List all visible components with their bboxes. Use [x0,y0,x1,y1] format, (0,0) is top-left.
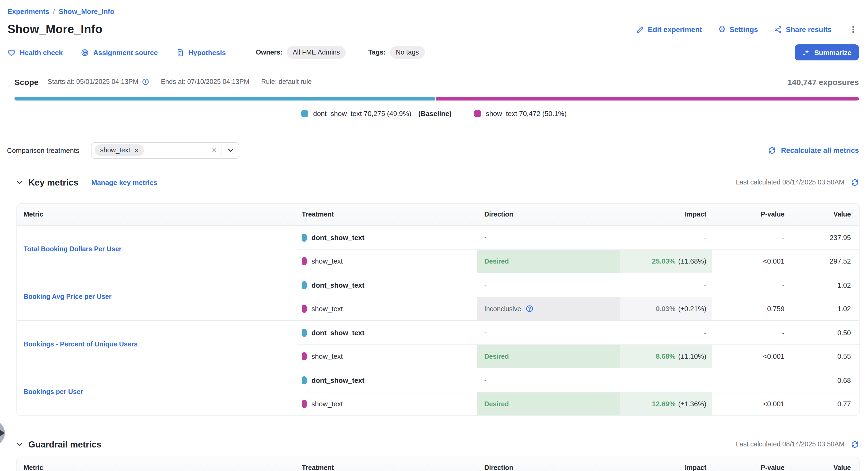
direction-cell: - [477,321,620,344]
summarize-button[interactable]: Summarize [795,44,859,60]
value-cell: 0.68 [784,368,860,392]
direction-cell: Inconclusive [477,297,620,320]
breadcrumb-current[interactable]: Show_More_Info [59,7,114,15]
treatment-bar-segment [436,97,859,101]
metric-group: Bookings per User dont_show_text - - - 0… [17,368,860,415]
refresh-icon[interactable] [851,440,859,448]
treatment-chip-label: show_text [100,146,130,154]
tags-pill[interactable]: No tags [390,46,425,59]
guardrail-metrics-title: Guardrail metrics [28,439,101,449]
info-icon[interactable] [142,78,149,86]
share-icon [774,25,782,33]
experiment-page: Experiments / Show_More_Info Show_More_I… [0,0,868,471]
value-cell: 0.77 [784,392,860,415]
guardrail-last-calculated: Last calculated 08/14/2025 03:50AM [736,440,859,448]
breadcrumb: Experiments / Show_More_Info [7,6,859,16]
column-header-value: Value [784,457,860,471]
comparison-treatments-label: Comparison treatments [7,146,79,154]
recalculate-label: Recalculate all metrics [781,146,859,154]
heart-icon [7,48,16,57]
value-cell: 1.02 [784,273,860,297]
document-icon [176,48,184,57]
health-check-link[interactable]: Health check [7,48,63,57]
treatment-cell-baseline: dont_show_text [298,321,477,344]
metric-link[interactable]: Bookings - Percent of Unique Users [24,341,137,348]
scope-title: Scope [14,77,38,86]
breadcrumb-experiments[interactable]: Experiments [7,7,49,15]
edit-experiment-label: Edit experiment [648,25,702,33]
treatment-cell-variant: show_text [298,297,477,320]
direction-cell: - [477,273,620,297]
assignment-source-link[interactable]: Assignment source [81,48,158,57]
pvalue-cell: - [712,321,784,344]
edit-experiment-button[interactable]: Edit experiment [636,25,702,33]
sidebar-expand-button[interactable] [0,420,5,446]
key-metrics-title: Key metrics [28,177,79,188]
baseline-swatch [302,281,307,289]
metric-link[interactable]: Total Booking Dollars Per User [24,245,122,253]
guardrail-metrics-header: Guardrail metrics Last calculated 08/14/… [16,438,859,451]
assignment-source-label: Assignment source [93,48,158,57]
treatment-chip[interactable]: show_text × [95,144,144,156]
impact-cell: - [620,368,712,392]
metric-cell: Booking Avg Price per User [17,273,298,320]
guardrail-metrics-table: Metric Treatment Direction Impact P-valu… [16,457,860,471]
impact-cell: - [620,226,712,249]
select-divider [221,145,222,155]
owners-label: Owners: [256,49,283,56]
pvalue-cell: <0.001 [712,344,784,368]
share-results-button[interactable]: Share results [774,25,832,33]
hypothesis-link[interactable]: Hypothesis [176,48,226,57]
comparison-treatments-select[interactable]: show_text × × [91,142,239,159]
impact-cell: 25.03% (±1.68%) [620,249,712,273]
help-circle-icon[interactable] [526,305,533,313]
refresh-icon[interactable] [851,178,859,186]
baseline-swatch [302,233,307,241]
last-calculated-text: Last calculated 08/14/2025 03:50AM [736,178,844,186]
chip-close-icon[interactable]: × [134,147,138,154]
pencil-icon [636,25,644,33]
title-actions: Edit experiment ⚙ Settings Share results… [636,25,859,34]
owners-pill[interactable]: All FME Admins [287,46,346,59]
metric-link[interactable]: Bookings per User [24,388,83,396]
key-metrics-collapse-icon[interactable] [16,179,23,186]
pvalue-cell: <0.001 [712,392,784,415]
treatment-swatch [302,257,307,265]
column-header-direction: Direction [477,204,620,225]
more-options-button[interactable]: ⋮ [848,25,859,34]
settings-button[interactable]: ⚙ Settings [718,25,758,34]
scope-starts-at: Starts at: 05/01/2025 04:13PM [48,78,149,86]
metric-link[interactable]: Booking Avg Price per User [24,293,112,300]
pvalue-cell: <0.001 [712,249,784,273]
legend-item-treatment: show_text 70,472 (50.1%) [474,109,567,118]
treatment-cell-variant: show_text [298,344,477,368]
key-metrics-table: Metric Treatment Direction Impact P-valu… [16,203,860,416]
manage-key-metrics-link[interactable]: Manage key metrics [91,178,157,186]
treatment-cell-baseline: dont_show_text [298,226,477,249]
impact-cell: 8.68% (±1.10%) [620,344,712,368]
guardrail-collapse-icon[interactable] [16,441,23,448]
metric-cell: Bookings per User [17,368,298,415]
direction-cell: - [477,368,620,392]
screenshot-stage: Experiments / Show_More_Info Show_More_I… [0,0,868,471]
page-title: Show_More_Info [7,23,102,36]
metric-cell: Total Booking Dollars Per User [17,226,298,273]
column-header-metric: Metric [17,204,298,225]
metric-cell: Bookings - Percent of Unique Users [17,321,298,368]
treatment-swatch [302,305,307,313]
chevron-down-icon[interactable] [227,146,235,154]
metric-group: Bookings - Percent of Unique Users dont_… [17,321,860,368]
impact-cell: - [620,273,712,297]
title-row: Show_More_Info Edit experiment ⚙ Setting… [7,22,859,37]
direction-cell: - [477,226,620,249]
legend-item-baseline: dont_show_text 70,275 (49.9%) (Baseline) [301,109,452,118]
recalculate-all-metrics-button[interactable]: Recalculate all metrics [768,146,859,154]
legend-baseline-label: dont_show_text 70,275 (49.9%) [313,110,411,117]
column-header-treatment: Treatment [298,457,477,471]
hypothesis-label: Hypothesis [188,48,226,57]
treatment-swatch [302,352,307,360]
sparkles-icon [802,48,810,57]
select-clear-icon[interactable]: × [212,146,217,155]
last-calculated-text: Last calculated 08/14/2025 03:50AM [736,440,844,448]
exposures-count: 140,747 exposures [787,77,859,86]
